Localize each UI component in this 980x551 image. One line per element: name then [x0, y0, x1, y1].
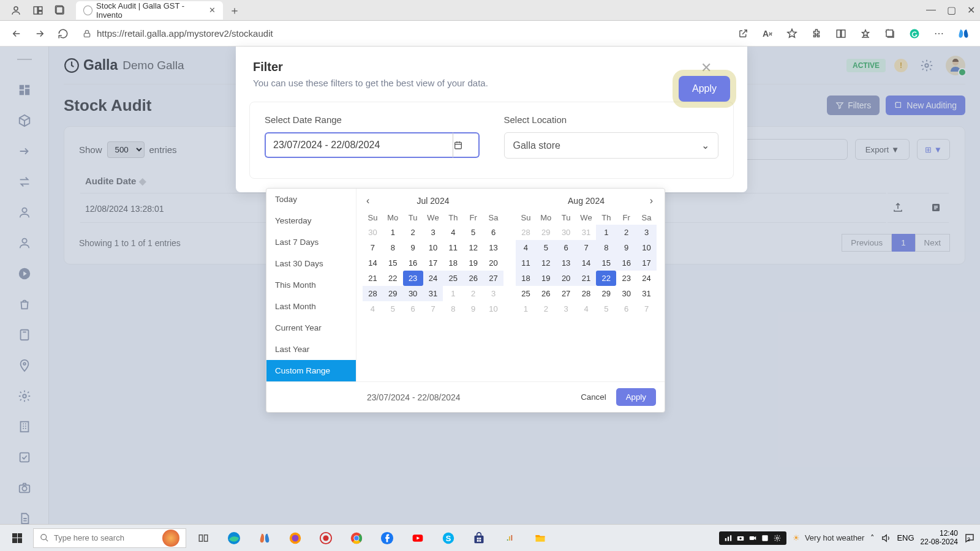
more-icon[interactable]: ⋯ — [929, 23, 949, 44]
calendar-day[interactable]: 22 — [383, 271, 403, 286]
calendar-day[interactable]: 8 — [443, 301, 463, 317]
profile-icon[interactable] — [9, 3, 23, 18]
calendar-day[interactable]: 12 — [463, 240, 483, 255]
picker-apply-button[interactable]: Apply — [616, 388, 656, 406]
extension-icon[interactable] — [806, 23, 827, 44]
calendar-day[interactable]: 5 — [463, 225, 483, 240]
calendar-day[interactable]: 25 — [516, 286, 536, 301]
preset-range-item[interactable]: Last 7 Days — [266, 231, 356, 253]
calendar-day[interactable]: 21 — [363, 271, 383, 286]
calendar-day[interactable]: 16 — [403, 255, 423, 271]
calendar-day[interactable]: 29 — [536, 225, 556, 240]
chrome-icon[interactable] — [343, 528, 370, 548]
calendar-day[interactable]: 17 — [423, 255, 443, 271]
workspaces-icon[interactable] — [31, 3, 45, 18]
cancel-button[interactable]: Cancel — [581, 392, 606, 402]
calendar-day[interactable]: 4 — [516, 240, 536, 255]
preset-range-item[interactable]: Last 30 Days — [266, 253, 356, 274]
taskbar-search[interactable]: Type here to search — [33, 528, 186, 548]
close-icon[interactable]: ✕ — [701, 60, 712, 76]
location-select[interactable]: Galla store ⌄ — [504, 132, 719, 159]
calendar-day[interactable]: 16 — [616, 255, 636, 271]
calendar-day[interactable]: 9 — [616, 240, 636, 255]
new-tab-button[interactable]: ＋ — [229, 3, 240, 18]
calendar-day[interactable]: 4 — [363, 301, 383, 317]
calendar-day[interactable]: 23 — [403, 271, 423, 286]
calendar-day[interactable]: 1 — [516, 301, 536, 317]
preset-range-item[interactable]: Yesterday — [266, 210, 356, 231]
calendar-day[interactable]: 14 — [363, 255, 383, 271]
calendar-day[interactable]: 13 — [483, 240, 503, 255]
calendar-day[interactable]: 7 — [636, 301, 657, 317]
preset-range-item[interactable]: Custom Range — [266, 360, 356, 381]
forward-icon[interactable] — [29, 23, 50, 44]
calendar-day[interactable]: 11 — [516, 255, 536, 271]
calendar-day[interactable]: 29 — [383, 286, 403, 301]
calendar-day[interactable]: 31 — [423, 286, 443, 301]
task-view-icon[interactable] — [190, 528, 217, 548]
start-button[interactable] — [5, 528, 29, 548]
calendar-day[interactable]: 29 — [596, 286, 616, 301]
favorites-bar-icon[interactable] — [855, 23, 876, 44]
sound-icon[interactable] — [881, 533, 891, 543]
copilot-tb-icon[interactable] — [251, 528, 278, 548]
record-icon[interactable] — [312, 528, 339, 548]
browser-tab[interactable]: Stock Audit | Galla GST - Invento ✕ — [76, 1, 223, 20]
calendar-day[interactable]: 2 — [616, 225, 636, 240]
close-icon[interactable]: ✕ — [209, 6, 216, 15]
date-range-input[interactable] — [265, 132, 453, 158]
calendar-day[interactable]: 7 — [423, 301, 443, 317]
calendar-day[interactable]: 13 — [556, 255, 576, 271]
maximize-icon[interactable]: ▢ — [947, 4, 956, 16]
youtube-icon[interactable] — [404, 528, 431, 548]
clock[interactable]: 12:40 22-08-2024 — [921, 530, 958, 547]
apply-button[interactable]: Apply — [679, 76, 730, 102]
calendar-day[interactable]: 23 — [616, 271, 636, 286]
calendar-day[interactable]: 9 — [463, 301, 483, 317]
calendar-day[interactable]: 15 — [383, 255, 403, 271]
calendar-day[interactable]: 17 — [636, 255, 657, 271]
calendar-day[interactable]: 12 — [536, 255, 556, 271]
preset-range-item[interactable]: Current Year — [266, 317, 356, 339]
copilot-icon[interactable] — [953, 23, 974, 44]
calendar-day[interactable]: 27 — [483, 271, 503, 286]
calendar-day[interactable]: 1 — [443, 286, 463, 301]
calendar-day[interactable]: 4 — [576, 301, 597, 317]
skype-icon[interactable]: S — [435, 528, 462, 548]
calendar-day[interactable]: 3 — [636, 225, 657, 240]
back-icon[interactable] — [6, 23, 27, 44]
calendar-day[interactable]: 10 — [423, 240, 443, 255]
calendar-day[interactable]: 30 — [616, 286, 636, 301]
calendar-day[interactable]: 5 — [383, 301, 403, 317]
calendar-day[interactable]: 20 — [556, 271, 576, 286]
calendar-day[interactable]: 2 — [536, 301, 556, 317]
split-screen-icon[interactable] — [831, 23, 851, 44]
calendar-day[interactable]: 27 — [556, 286, 576, 301]
calendar-day[interactable]: 22 — [596, 271, 616, 286]
calendar-day[interactable]: 3 — [556, 301, 576, 317]
calendar-day[interactable]: 30 — [363, 225, 383, 240]
favorite-icon[interactable] — [782, 23, 802, 44]
calendar-day[interactable]: 24 — [423, 271, 443, 286]
calendar-day[interactable]: 31 — [636, 286, 657, 301]
news-widget[interactable] — [719, 531, 786, 545]
calendar-day[interactable]: 25 — [443, 271, 463, 286]
calendar-day[interactable]: 2 — [403, 225, 423, 240]
grammarly-icon[interactable] — [904, 23, 925, 44]
text-size-icon[interactable]: Aא — [757, 23, 778, 44]
calendar-day[interactable]: 3 — [423, 225, 443, 240]
language-label[interactable]: ENG — [897, 533, 914, 542]
calendar-day[interactable]: 10 — [636, 240, 657, 255]
calendar-day[interactable]: 18 — [516, 271, 536, 286]
firefox-icon[interactable] — [282, 528, 309, 548]
tray-chevron-icon[interactable]: ˄ — [870, 533, 875, 542]
calendar-day[interactable]: 14 — [576, 255, 597, 271]
calendar-day[interactable]: 24 — [636, 271, 657, 286]
calendar-day[interactable]: 5 — [536, 240, 556, 255]
calendar-day[interactable]: 6 — [556, 240, 576, 255]
calendar-day[interactable]: 7 — [576, 240, 597, 255]
preset-range-item[interactable]: Today — [266, 189, 356, 210]
calendar-day[interactable]: 3 — [483, 286, 503, 301]
calendar-day[interactable]: 30 — [403, 286, 423, 301]
calendar-day[interactable]: 8 — [596, 240, 616, 255]
